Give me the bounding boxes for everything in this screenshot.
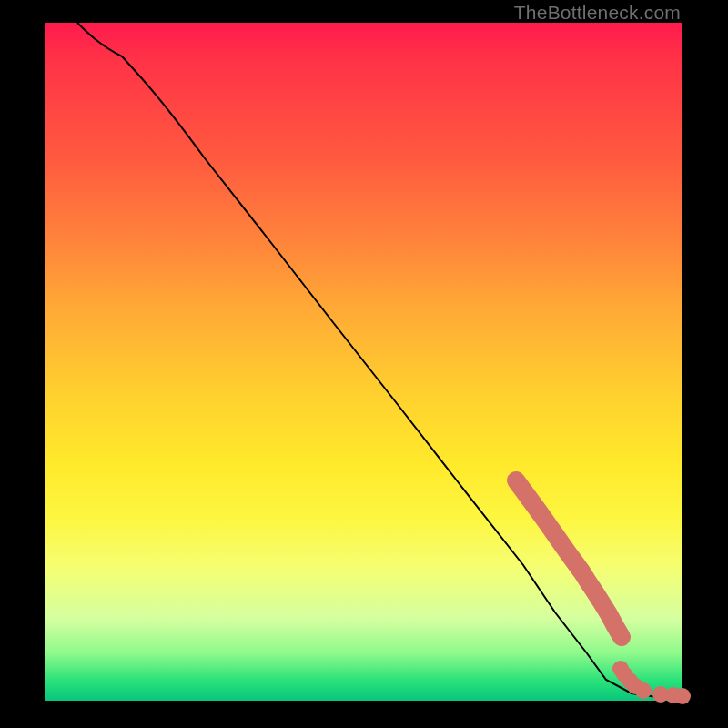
attribution-text: TheBottleneck.com: [514, 2, 681, 24]
lower-tail-dots: [612, 661, 691, 704]
dot: [635, 682, 652, 699]
plot-area: [46, 23, 682, 701]
chart-container: TheBottleneck.com: [0, 0, 728, 728]
upper-highlight-cluster: [516, 480, 622, 637]
dot: [674, 688, 691, 704]
curve-svg: [46, 23, 682, 701]
